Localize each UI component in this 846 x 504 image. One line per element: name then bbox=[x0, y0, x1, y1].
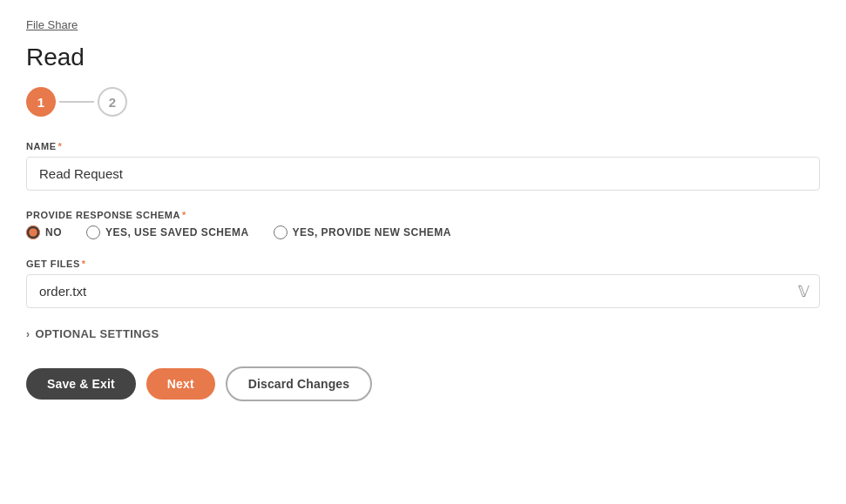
name-field-group: NAME* bbox=[26, 141, 820, 191]
get-files-field-group: GET FILES* 𝕍 bbox=[26, 259, 820, 308]
get-files-required-star: * bbox=[82, 259, 86, 269]
name-label: NAME* bbox=[26, 141, 820, 151]
radio-yes-new[interactable]: YES, PROVIDE NEW SCHEMA bbox=[274, 225, 451, 239]
response-schema-radio-group: NO YES, USE SAVED SCHEMA YES, PROVIDE NE… bbox=[26, 225, 820, 239]
response-schema-field-group: PROVIDE RESPONSE SCHEMA* NO YES, USE SAV… bbox=[26, 210, 820, 239]
radio-no-label: NO bbox=[45, 226, 62, 239]
next-button[interactable]: Next bbox=[146, 368, 215, 400]
optional-settings-label: OPTIONAL SETTINGS bbox=[35, 327, 159, 340]
get-files-input[interactable] bbox=[26, 274, 820, 308]
radio-no[interactable]: NO bbox=[26, 225, 62, 239]
button-row: Save & Exit Next Discard Changes bbox=[26, 366, 820, 401]
optional-settings-toggle[interactable]: › OPTIONAL SETTINGS bbox=[26, 327, 820, 340]
breadcrumb[interactable]: File Share bbox=[26, 18, 78, 31]
step-1[interactable]: 1 bbox=[26, 87, 56, 117]
get-files-input-wrapper: 𝕍 bbox=[26, 274, 820, 308]
radio-yes-new-label: YES, PROVIDE NEW SCHEMA bbox=[293, 226, 451, 239]
step-connector bbox=[59, 101, 94, 103]
step-2[interactable]: 2 bbox=[98, 87, 127, 117]
name-input[interactable] bbox=[26, 157, 820, 191]
stepper: 1 2 bbox=[26, 87, 820, 117]
discard-changes-button[interactable]: Discard Changes bbox=[226, 366, 372, 401]
page-title: Read bbox=[26, 44, 820, 71]
save-exit-button[interactable]: Save & Exit bbox=[26, 368, 136, 400]
radio-yes-saved-label: YES, USE SAVED SCHEMA bbox=[105, 226, 249, 239]
radio-yes-saved[interactable]: YES, USE SAVED SCHEMA bbox=[86, 225, 249, 239]
response-schema-required-star: * bbox=[182, 210, 186, 220]
get-files-label: GET FILES* bbox=[26, 259, 820, 269]
name-required-star: * bbox=[58, 141, 63, 151]
chevron-right-icon: › bbox=[26, 328, 30, 340]
response-schema-label: PROVIDE RESPONSE SCHEMA* bbox=[26, 210, 820, 220]
